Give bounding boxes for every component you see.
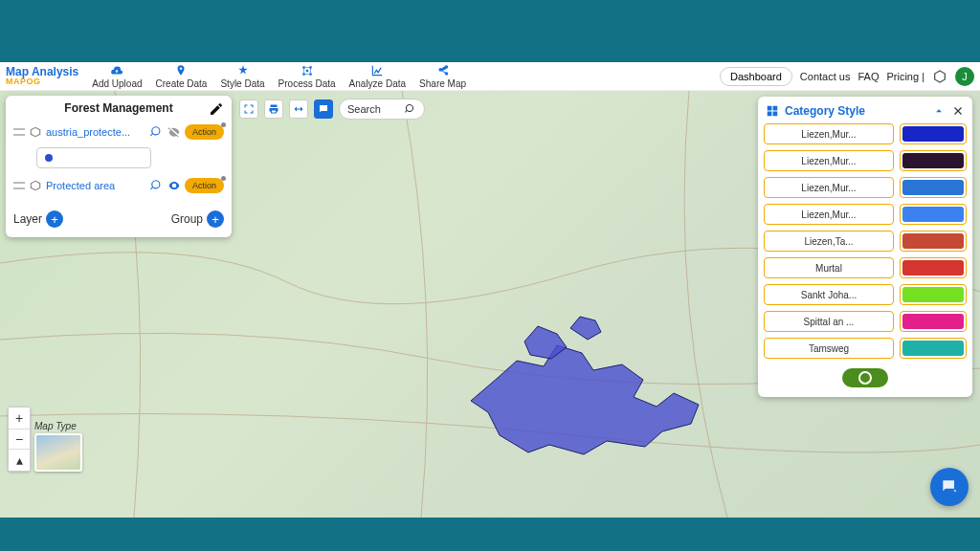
comment-icon[interactable]	[314, 99, 333, 119]
visibility-toggle-icon[interactable]	[167, 125, 181, 139]
category-color-picker[interactable]	[900, 177, 967, 198]
style-icon	[236, 64, 250, 77]
chat-fab[interactable]	[930, 468, 969, 506]
category-name[interactable]: Sankt Joha...	[764, 284, 894, 305]
map-canvas[interactable]: Forest Management austria_protecte...Act…	[0, 91, 980, 518]
nav-add-upload[interactable]: Add Upload	[88, 64, 145, 89]
polygon-icon	[29, 125, 42, 139]
fullscreen-icon[interactable]	[239, 99, 258, 119]
nav-label: Add Upload	[92, 78, 142, 89]
zoom-home-button[interactable]: ▴	[9, 450, 30, 471]
zoom-control: + − ▴	[8, 407, 31, 472]
user-avatar[interactable]: J	[955, 67, 974, 86]
category-name[interactable]: Tamsweg	[764, 338, 894, 359]
zoom-to-layer-icon[interactable]	[150, 179, 164, 192]
category-row: Liezen,Mur...	[764, 150, 967, 171]
add-layer-button[interactable]: +	[46, 210, 63, 228]
category-row: Liezen,Mur...	[764, 177, 967, 198]
layer-label: Layer	[13, 212, 42, 226]
nav-share-map[interactable]: Share Map	[415, 64, 470, 89]
nav-process-data[interactable]: Process Data	[275, 64, 340, 89]
category-name[interactable]: Liezen,Mur...	[764, 177, 894, 198]
category-row: Spittal an ...	[764, 311, 967, 332]
category-row: Murtal	[764, 257, 967, 278]
process-icon	[301, 64, 314, 77]
search-label: Search	[347, 103, 381, 115]
nav-label: Create Data	[156, 78, 208, 89]
category-name[interactable]: Liezen,Mur...	[764, 150, 894, 171]
close-icon[interactable]	[951, 104, 965, 118]
category-row: Tamsweg	[764, 338, 967, 359]
zoom-in-button[interactable]: +	[9, 408, 30, 429]
layer-action-button[interactable]: Action	[185, 124, 224, 140]
collapse-icon[interactable]	[932, 104, 946, 118]
layer-name[interactable]: Protected area	[46, 180, 146, 191]
category-name[interactable]: Murtal	[764, 257, 894, 278]
panel-title: Forest Management	[64, 101, 172, 115]
visibility-toggle-icon[interactable]	[167, 179, 181, 192]
nav-label: Process Data	[278, 78, 336, 89]
category-style-panel: Category Style Liezen,Mur...Liezen,Mur..…	[758, 97, 972, 397]
nav-label: Style Data	[220, 78, 264, 89]
category-color-picker[interactable]	[900, 338, 967, 359]
print-icon[interactable]	[264, 99, 283, 119]
category-color-picker[interactable]	[900, 123, 967, 144]
zoom-to-layer-icon[interactable]	[150, 125, 164, 139]
layer-name[interactable]: austria_protecte...	[46, 126, 146, 138]
category-color-picker[interactable]	[900, 231, 967, 252]
category-row: Sankt Joha...	[764, 284, 967, 305]
pricing-link[interactable]: Pricing |	[886, 71, 924, 82]
brand-line-2: MAPOG	[6, 77, 78, 86]
group-label: Group	[171, 212, 203, 226]
nav-create-data[interactable]: Create Data	[152, 64, 212, 89]
drag-handle-icon[interactable]	[13, 128, 25, 136]
category-name[interactable]: Liezen,Mur...	[764, 123, 894, 144]
category-name[interactable]: Liezen,Ta...	[764, 231, 894, 252]
nav-label: Share Map	[419, 78, 466, 89]
analyze-icon	[370, 64, 384, 77]
layers-panel: Forest Management austria_protecte...Act…	[6, 96, 232, 237]
category-row: Liezen,Mur...	[764, 204, 967, 225]
nav-analyze-data[interactable]: Analyze Data	[345, 64, 410, 89]
main-nav: Add UploadCreate DataStyle DataProcess D…	[88, 64, 470, 89]
layer-row: austria_protecte...Action	[13, 121, 224, 143]
dashboard-button[interactable]: Dashboard	[720, 67, 792, 86]
category-panel-title: Category Style	[785, 104, 926, 118]
apps-icon[interactable]	[932, 69, 947, 84]
edit-icon[interactable]	[209, 101, 224, 117]
app-root: Map Analysis MAPOG Add UploadCreate Data…	[0, 62, 980, 518]
share-position-icon[interactable]	[289, 99, 308, 119]
map-toolbar: Search	[239, 99, 425, 120]
layer-action-button[interactable]: Action	[185, 178, 224, 193]
category-color-picker[interactable]	[900, 311, 967, 332]
map-type-selector[interactable]	[34, 433, 82, 472]
layer-style-swatch[interactable]	[36, 147, 151, 168]
category-row: Liezen,Mur...	[764, 123, 967, 144]
category-color-picker[interactable]	[900, 284, 967, 305]
category-color-picker[interactable]	[900, 150, 967, 171]
pin-icon	[174, 64, 188, 77]
category-color-picker[interactable]	[900, 257, 967, 278]
polygon-icon	[29, 179, 42, 192]
topbar: Map Analysis MAPOG Add UploadCreate Data…	[0, 62, 980, 91]
topbar-right: Dashboard Contact us FAQ Pricing | J	[720, 67, 974, 86]
drag-handle-icon[interactable]	[13, 182, 25, 189]
map-type-label: Map Type	[34, 421, 88, 431]
point-symbol-icon	[45, 154, 53, 162]
apply-style-button[interactable]	[842, 368, 888, 387]
brand-logo[interactable]: Map Analysis MAPOG	[6, 66, 78, 86]
category-row: Liezen,Ta...	[764, 231, 967, 252]
category-name[interactable]: Spittal an ...	[764, 311, 894, 332]
chat-icon	[940, 477, 959, 496]
nav-style-data[interactable]: Style Data	[216, 64, 268, 89]
faq-link[interactable]: FAQ	[858, 71, 879, 82]
contact-link[interactable]: Contact us	[800, 71, 851, 82]
category-color-picker[interactable]	[900, 204, 967, 225]
search-button[interactable]: Search	[339, 99, 425, 120]
category-name[interactable]: Liezen,Mur...	[764, 204, 894, 225]
share-icon	[436, 64, 450, 77]
cloud-upload-icon	[110, 64, 123, 77]
add-group-button[interactable]: +	[207, 210, 224, 228]
grid-icon	[766, 104, 779, 118]
zoom-out-button[interactable]: −	[9, 429, 30, 450]
